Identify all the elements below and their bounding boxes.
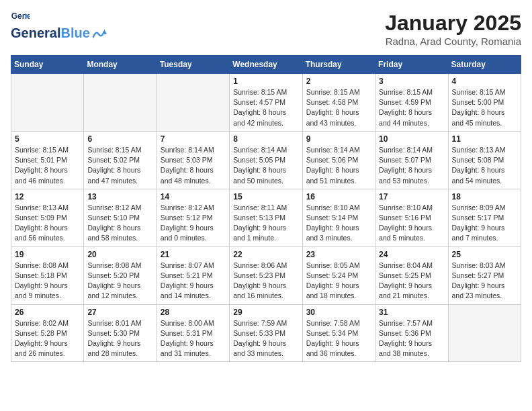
day-number: 3 [379,77,444,86]
page-header: General General Blue January 2025 Radna,… [11,11,521,47]
calendar-day-cell: 6Sunrise: 8:15 AMSunset: 5:02 PMDaylight… [84,131,157,189]
calendar-day-cell: 25Sunrise: 8:03 AMSunset: 5:27 PMDayligh… [448,246,521,304]
day-info: Sunrise: 8:15 AMSunset: 4:58 PMDaylight:… [306,87,371,128]
day-number: 8 [233,134,298,144]
day-number: 26 [15,308,80,317]
day-info: Sunrise: 8:13 AMSunset: 5:09 PMDaylight:… [15,203,80,244]
day-info: Sunrise: 8:12 AMSunset: 5:10 PMDaylight:… [87,203,152,244]
calendar-header-row: SundayMondayTuesdayWednesdayThursdayFrid… [11,56,521,74]
day-info: Sunrise: 8:14 AMSunset: 5:05 PMDaylight:… [233,145,298,186]
day-number: 9 [306,134,371,144]
calendar-week-row: 19Sunrise: 8:08 AMSunset: 5:18 PMDayligh… [11,246,521,304]
calendar-day-cell: 22Sunrise: 8:06 AMSunset: 5:23 PMDayligh… [230,246,302,304]
day-info: Sunrise: 8:15 AMSunset: 5:00 PMDaylight:… [452,87,517,128]
day-number: 10 [379,134,444,144]
calendar-day-cell: 2Sunrise: 8:15 AMSunset: 4:58 PMDaylight… [302,74,375,132]
day-info: Sunrise: 8:15 AMSunset: 5:01 PMDaylight:… [15,145,80,186]
calendar-day-cell: 24Sunrise: 8:04 AMSunset: 5:25 PMDayligh… [375,246,448,304]
calendar-day-cell: 15Sunrise: 8:11 AMSunset: 5:13 PMDayligh… [230,189,302,246]
weekday-header-thursday: Thursday [302,56,375,74]
day-number: 1 [233,77,298,86]
calendar-day-cell: 31Sunrise: 7:57 AMSunset: 5:36 PMDayligh… [375,304,448,362]
month-title: January 2025 [385,11,521,36]
logo-wave-icon [92,28,107,40]
calendar-day-cell: 19Sunrise: 8:08 AMSunset: 5:18 PMDayligh… [11,246,84,304]
day-number: 11 [452,134,517,144]
day-number: 27 [87,308,152,317]
day-number: 14 [161,192,226,201]
day-number: 6 [87,134,152,144]
calendar-day-cell: 29Sunrise: 7:59 AMSunset: 5:33 PMDayligh… [230,304,302,362]
day-info: Sunrise: 8:04 AMSunset: 5:25 PMDaylight:… [379,261,444,302]
day-number: 5 [15,134,80,144]
calendar-day-cell: 1Sunrise: 8:15 AMSunset: 4:57 PMDaylight… [230,74,302,132]
logo-general: General [11,26,60,41]
day-number: 7 [161,134,226,144]
day-info: Sunrise: 8:13 AMSunset: 5:08 PMDaylight:… [452,145,517,186]
calendar-week-row: 12Sunrise: 8:13 AMSunset: 5:09 PMDayligh… [11,189,521,246]
calendar-day-cell: 17Sunrise: 8:10 AMSunset: 5:16 PMDayligh… [375,189,448,246]
day-info: Sunrise: 8:14 AMSunset: 5:03 PMDaylight:… [161,145,226,186]
day-number: 22 [233,250,298,259]
day-info: Sunrise: 7:57 AMSunset: 5:36 PMDaylight:… [379,318,444,359]
day-number: 30 [306,308,371,317]
calendar-day-cell: 14Sunrise: 8:12 AMSunset: 5:12 PMDayligh… [157,189,229,246]
calendar-week-row: 5Sunrise: 8:15 AMSunset: 5:01 PMDaylight… [11,131,521,189]
calendar-day-cell: 27Sunrise: 8:01 AMSunset: 5:30 PMDayligh… [84,304,157,362]
logo-icon: General [11,11,30,24]
day-info: Sunrise: 8:08 AMSunset: 5:18 PMDaylight:… [15,261,80,302]
day-number: 13 [87,192,152,201]
calendar-day-cell: 13Sunrise: 8:12 AMSunset: 5:10 PMDayligh… [84,189,157,246]
calendar-day-cell: 4Sunrise: 8:15 AMSunset: 5:00 PMDaylight… [448,74,521,132]
weekday-header-friday: Friday [375,56,448,74]
day-info: Sunrise: 8:07 AMSunset: 5:21 PMDaylight:… [161,261,226,302]
calendar-day-cell: 5Sunrise: 8:15 AMSunset: 5:01 PMDaylight… [11,131,84,189]
day-number: 16 [306,192,371,201]
calendar-day-cell: 30Sunrise: 7:58 AMSunset: 5:34 PMDayligh… [302,304,375,362]
day-info: Sunrise: 8:01 AMSunset: 5:30 PMDaylight:… [87,318,152,359]
title-block: January 2025 Radna, Arad County, Romania [385,11,521,47]
calendar-day-cell: 9Sunrise: 8:14 AMSunset: 5:06 PMDaylight… [302,131,375,189]
day-info: Sunrise: 8:10 AMSunset: 5:14 PMDaylight:… [306,203,371,244]
day-info: Sunrise: 7:58 AMSunset: 5:34 PMDaylight:… [306,318,371,359]
weekday-header-tuesday: Tuesday [157,56,229,74]
calendar-day-cell: 23Sunrise: 8:05 AMSunset: 5:24 PMDayligh… [302,246,375,304]
calendar-day-cell: 10Sunrise: 8:14 AMSunset: 5:07 PMDayligh… [375,131,448,189]
day-info: Sunrise: 8:08 AMSunset: 5:20 PMDaylight:… [87,261,152,302]
calendar-day-cell [11,74,84,132]
calendar-week-row: 1Sunrise: 8:15 AMSunset: 4:57 PMDaylight… [11,74,521,132]
day-info: Sunrise: 8:10 AMSunset: 5:16 PMDaylight:… [379,203,444,244]
day-number: 20 [87,250,152,259]
calendar-day-cell: 8Sunrise: 8:14 AMSunset: 5:05 PMDaylight… [230,131,302,189]
calendar-day-cell [448,304,521,362]
calendar-day-cell [84,74,157,132]
day-info: Sunrise: 8:05 AMSunset: 5:24 PMDaylight:… [306,261,371,302]
day-number: 28 [161,308,226,317]
calendar-week-row: 26Sunrise: 8:02 AMSunset: 5:28 PMDayligh… [11,304,521,362]
day-number: 21 [161,250,226,259]
day-info: Sunrise: 8:00 AMSunset: 5:31 PMDaylight:… [161,318,226,359]
calendar-day-cell: 3Sunrise: 8:15 AMSunset: 4:59 PMDaylight… [375,74,448,132]
day-info: Sunrise: 8:11 AMSunset: 5:13 PMDaylight:… [233,203,298,244]
day-number: 24 [379,250,444,259]
calendar-day-cell: 21Sunrise: 8:07 AMSunset: 5:21 PMDayligh… [157,246,229,304]
day-number: 18 [452,192,517,201]
day-number: 12 [15,192,80,201]
day-info: Sunrise: 8:02 AMSunset: 5:28 PMDaylight:… [15,318,80,359]
calendar-day-cell: 28Sunrise: 8:00 AMSunset: 5:31 PMDayligh… [157,304,229,362]
day-number: 19 [15,250,80,259]
calendar-day-cell: 7Sunrise: 8:14 AMSunset: 5:03 PMDaylight… [157,131,229,189]
day-number: 15 [233,192,298,201]
day-info: Sunrise: 8:15 AMSunset: 4:59 PMDaylight:… [379,87,444,128]
day-number: 4 [452,77,517,86]
day-number: 23 [306,250,371,259]
calendar-day-cell: 16Sunrise: 8:10 AMSunset: 5:14 PMDayligh… [302,189,375,246]
day-info: Sunrise: 8:15 AMSunset: 4:57 PMDaylight:… [233,87,298,128]
location-title: Radna, Arad County, Romania [385,36,521,47]
day-info: Sunrise: 8:09 AMSunset: 5:17 PMDaylight:… [452,203,517,244]
day-info: Sunrise: 8:14 AMSunset: 5:06 PMDaylight:… [306,145,371,186]
day-info: Sunrise: 8:12 AMSunset: 5:12 PMDaylight:… [161,203,226,244]
weekday-header-wednesday: Wednesday [230,56,302,74]
calendar-day-cell [157,74,229,132]
calendar-day-cell: 26Sunrise: 8:02 AMSunset: 5:28 PMDayligh… [11,304,84,362]
